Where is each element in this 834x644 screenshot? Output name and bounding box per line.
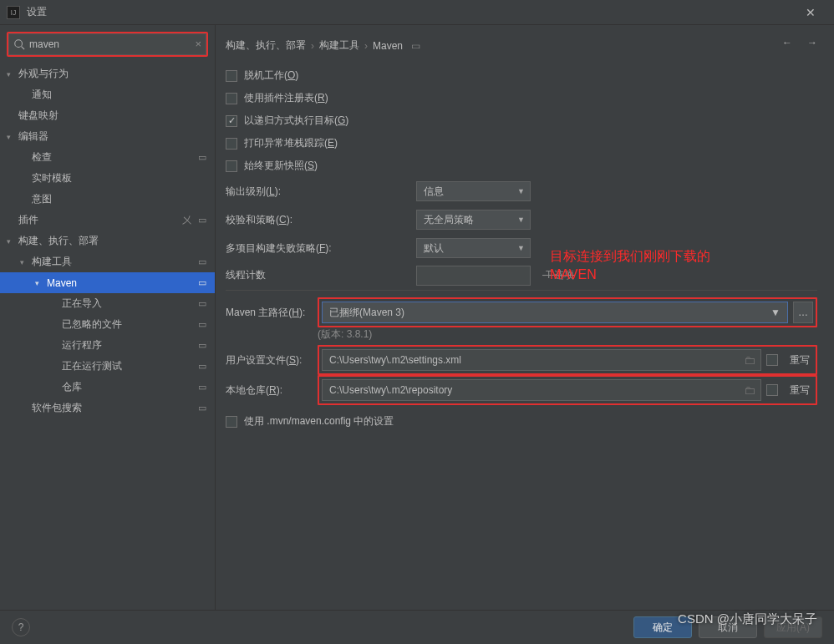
snapshots-row[interactable]: 始终更新快照(S) [226, 155, 817, 177]
tree-live-templates[interactable]: 实时模板 [0, 168, 215, 189]
project-icon: ▭ [198, 277, 206, 288]
tree-ignored[interactable]: 已忽略的文件▭ [0, 314, 215, 335]
back-icon[interactable]: ← [782, 37, 792, 48]
tree-importing[interactable]: 正在导入▭ [0, 293, 215, 314]
titlebar: IJ 设置 ✕ [0, 0, 834, 25]
maven-home-row: Maven 主路径(H): 已捆绑(Maven 3)▼ … [226, 296, 817, 329]
offline-work-row[interactable]: 脱机工作(O) [226, 64, 817, 87]
folder-icon[interactable]: 🗀 [744, 353, 755, 367]
tree-appearance[interactable]: ▾外观与行为 [0, 63, 215, 84]
checkbox[interactable] [766, 384, 778, 396]
tree-repositories[interactable]: 仓库▭ [0, 377, 215, 398]
breadcrumb-item[interactable]: 构建工具 [319, 38, 359, 53]
project-icon: ▭ [198, 298, 206, 309]
snapshots-label: 始终更新快照(S) [244, 159, 318, 173]
local-repo-override[interactable]: 重写 [766, 383, 813, 398]
browse-button[interactable]: … [793, 302, 813, 323]
maven-version: (版本: 3.8.1) [318, 327, 817, 342]
output-level-label: 输出级别(L): [226, 185, 416, 199]
recursive-row[interactable]: 以递归方式执行目标(G) [226, 109, 817, 132]
plugin-registry-row[interactable]: 使用插件注册表(R) [226, 87, 817, 109]
chevron-right-icon: › [364, 40, 368, 52]
project-icon: ▭ [198, 319, 206, 330]
use-mvn-config-row[interactable]: 使用 .mvn/maven.config 中的设置 [226, 410, 817, 433]
project-icon: ▭ [198, 382, 206, 393]
chevron-down-icon: ▾ [35, 279, 39, 287]
search-field[interactable]: × [8, 33, 206, 55]
stacktraces-row[interactable]: 打印异常堆栈跟踪(E) [226, 132, 817, 155]
chevron-down-icon: ▾ [7, 70, 11, 79]
search-highlight: × [7, 32, 208, 57]
checkbox[interactable] [766, 354, 778, 366]
tree-package-search[interactable]: 软件包搜索▭ [0, 398, 215, 418]
user-settings-override[interactable]: 重写 [766, 353, 813, 368]
checksum-select[interactable]: 无全局策略▼ [416, 210, 531, 230]
content-pane: 构建、执行、部署 › 构建工具 › Maven ▭ ← → 脱机工作(O) 使用… [216, 25, 834, 610]
tree-plugins[interactable]: 插件▭㐅 [0, 210, 215, 231]
user-settings-label: 用户设置文件(S): [226, 353, 318, 368]
help-icon[interactable]: ? [12, 618, 30, 636]
project-icon: ▭ [198, 152, 206, 163]
fail-policy-select[interactable]: 默认▼ [416, 238, 531, 258]
apply-button[interactable]: 应用(A) [764, 616, 822, 638]
use-mvn-config-label: 使用 .mvn/maven.config 中的设置 [244, 414, 394, 428]
close-icon[interactable]: ✕ [794, 6, 827, 19]
user-settings-input[interactable]: C:\Users\twy\.m2\settings.xml🗀 [322, 349, 761, 371]
local-repo-row: 本地仓库(R): C:\Users\twy\.m2\repository🗀 重写 [226, 375, 817, 405]
output-level-select[interactable]: 信息▼ [416, 181, 531, 201]
tree-build-tools[interactable]: ▾构建工具▭ [0, 251, 215, 272]
tree-inspections[interactable]: 检查▭ [0, 147, 215, 168]
breadcrumb-item: Maven [373, 40, 403, 52]
project-scope-icon: ▭ [411, 40, 420, 52]
checkbox[interactable] [226, 160, 237, 172]
chevron-right-icon: › [311, 40, 314, 52]
chevron-down-icon: ▼ [770, 307, 781, 318]
checkbox[interactable] [226, 70, 237, 82]
clear-search-icon[interactable]: × [195, 38, 201, 50]
tree-editor[interactable]: ▾编辑器 [0, 126, 215, 147]
stacktraces-label: 打印异常堆栈跟踪(E) [244, 136, 338, 150]
folder-icon[interactable]: 🗀 [744, 383, 755, 397]
thread-count-label: 线程计数 [226, 268, 416, 282]
maven-home-label: Maven 主路径(H): [226, 306, 318, 320]
svg-line-1 [22, 47, 25, 50]
tree-keymap[interactable]: 键盘映射 [0, 105, 215, 126]
checkbox[interactable] [226, 93, 237, 104]
checkbox[interactable] [226, 416, 237, 428]
checkbox[interactable] [226, 115, 237, 127]
tree-intentions[interactable]: 意图 [0, 189, 215, 210]
fail-policy-label: 多项目构建失败策略(F): [226, 241, 416, 256]
tree-build[interactable]: ▾构建、执行、部署 [0, 231, 215, 251]
lang-icon: 㐅 [182, 214, 191, 226]
ok-button[interactable]: 确定 [633, 616, 692, 638]
app-icon: IJ [7, 6, 20, 19]
window-title: 设置 [27, 5, 794, 19]
chevron-down-icon: ▼ [517, 216, 525, 224]
tree-notifications[interactable]: 通知 [0, 84, 215, 105]
search-input[interactable] [29, 38, 187, 50]
thread-count-input[interactable] [416, 266, 531, 286]
breadcrumb: 构建、执行、部署 › 构建工具 › Maven ▭ [226, 33, 817, 64]
project-icon: ▭ [198, 256, 206, 267]
search-icon [13, 38, 25, 50]
recursive-label: 以递归方式执行目标(G) [244, 114, 348, 128]
checksum-label: 校验和策略(C): [226, 213, 416, 227]
tree-maven[interactable]: ▾Maven▭ [0, 272, 215, 293]
tree-runner[interactable]: 运行程序▭ [0, 335, 215, 356]
breadcrumb-item[interactable]: 构建、执行、部署 [226, 38, 306, 53]
tree-running-tests[interactable]: 正在运行测试▭ [0, 356, 215, 377]
chevron-down-icon: ▼ [517, 244, 525, 252]
maven-home-select[interactable]: 已捆绑(Maven 3)▼ [322, 302, 788, 323]
project-icon: ▭ [198, 340, 206, 351]
chevron-down-icon: ▼ [517, 187, 525, 195]
local-repo-label: 本地仓库(R): [226, 383, 318, 398]
footer: ? 确定 取消 应用(A) [0, 610, 834, 644]
plugin-registry-label: 使用插件注册表(R) [244, 91, 328, 105]
output-level-row: 输出级别(L): 信息▼ [226, 177, 817, 205]
checksum-row: 校验和策略(C): 无全局策略▼ [226, 205, 817, 234]
checkbox[interactable] [226, 138, 237, 150]
forward-icon[interactable]: → [807, 37, 817, 48]
cancel-button[interactable]: 取消 [699, 616, 757, 638]
chevron-down-icon: ▾ [7, 133, 11, 141]
local-repo-input[interactable]: C:\Users\twy\.m2\repository🗀 [322, 379, 761, 401]
